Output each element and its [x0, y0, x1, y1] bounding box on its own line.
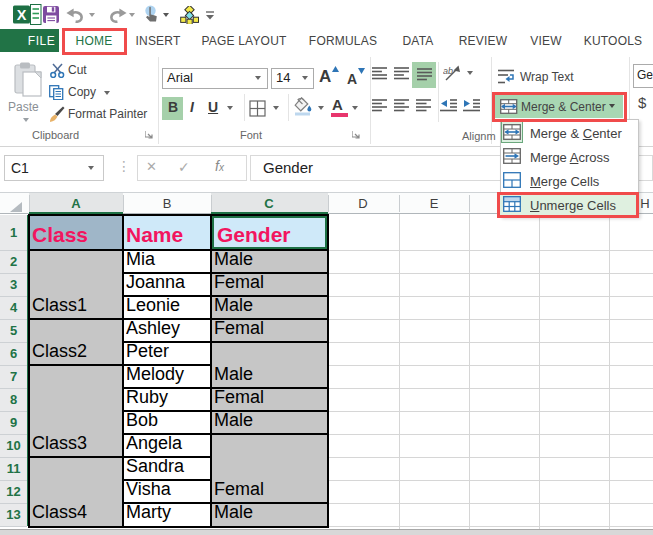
svg-text:X: X [17, 7, 27, 23]
